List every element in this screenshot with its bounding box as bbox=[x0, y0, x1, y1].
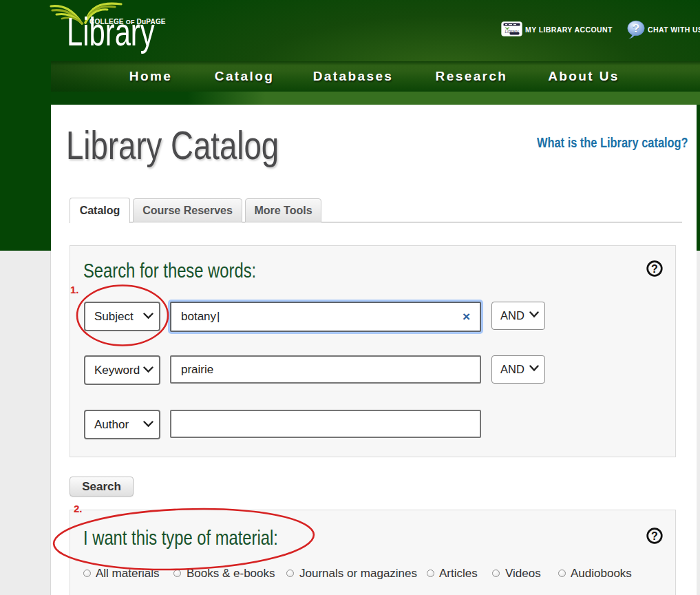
svg-text:?: ? bbox=[651, 530, 658, 542]
svg-text:?: ? bbox=[633, 22, 639, 35]
svg-text:?: ? bbox=[651, 263, 658, 275]
